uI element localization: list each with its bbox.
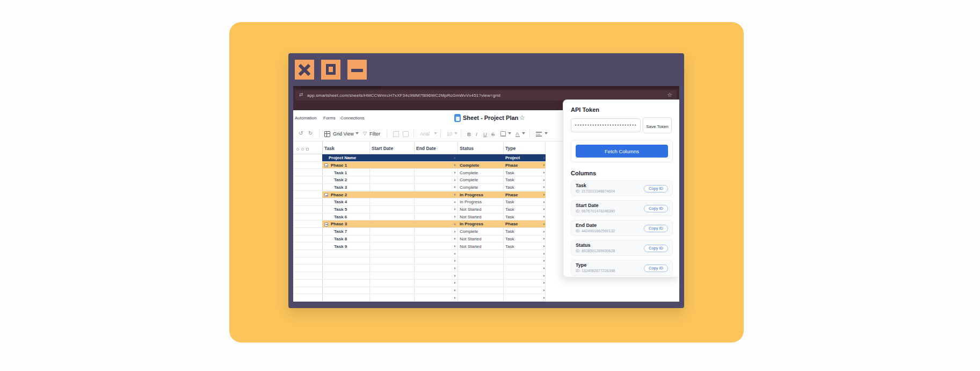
status-cell[interactable]: Not Started [460,215,481,219]
italic-button[interactable]: I [476,131,477,137]
table-row[interactable]: Project NameProject [293,154,546,162]
status-cell[interactable]: In Progress [460,192,483,197]
table-row-empty[interactable] [293,272,546,280]
table-row[interactable]: Task 5Not StartedTask [293,206,546,213]
status-cell[interactable]: Not Started [460,237,481,241]
chevron-down-icon[interactable] [508,132,511,134]
site-info-icon[interactable]: ⇄ [299,92,303,97]
table-row[interactable]: Task 7CompleteTask [293,228,546,236]
font-color-icon[interactable]: A [516,131,519,137]
table-row-empty[interactable] [293,280,546,287]
status-cell[interactable]: Not Started [460,244,481,249]
copy-id-button[interactable]: Copy ID [644,225,668,232]
type-cell[interactable]: Task [505,229,514,234]
align-icon[interactable] [536,132,542,137]
task-cell[interactable]: Task 5 [334,207,347,212]
underline-button[interactable]: U [483,131,487,137]
status-cell[interactable]: In Progress [460,222,483,226]
menu-automation[interactable]: Automation [295,116,316,120]
type-cell[interactable]: Phase [505,163,518,168]
table-row[interactable]: Task 3CompleteTask [293,184,546,191]
type-cell[interactable]: Task [505,207,514,212]
api-token-input[interactable] [571,118,641,132]
type-cell[interactable]: Task [505,170,514,175]
status-cell[interactable]: Complete [460,170,478,175]
table-row-empty[interactable] [293,258,546,265]
status-cell[interactable]: Not Started [460,207,481,212]
bookmark-star-icon[interactable]: ☆ [667,91,672,98]
type-cell[interactable]: Phase [505,222,518,226]
collapse-toggle-icon[interactable] [324,193,328,197]
type-cell[interactable]: Project [505,155,520,160]
menu-connections[interactable]: Connections [340,116,364,120]
table-row-empty[interactable] [293,287,546,295]
filter-icon[interactable]: ▽ [363,131,367,136]
task-cell[interactable]: Phase 1 [331,163,347,168]
chevron-down-icon[interactable] [522,132,525,134]
menu-forms[interactable]: Forms [323,116,336,120]
wrap-text-icon[interactable] [403,131,409,137]
task-cell[interactable]: Task 9 [334,244,347,249]
copy-id-button[interactable]: Copy ID [644,205,668,212]
chevron-down-icon[interactable] [545,132,548,134]
filter-button[interactable]: Filter [369,131,380,137]
status-cell[interactable]: Complete [460,163,479,168]
type-cell[interactable]: Task [505,177,514,182]
type-cell[interactable]: Task [505,199,514,204]
table-row[interactable]: Task 2CompleteTask [293,176,546,184]
favorite-star-icon[interactable]: ☆ [519,114,525,122]
column-header-task[interactable]: Task [324,146,335,151]
task-cell[interactable]: Task 7 [334,229,347,234]
maximize-button[interactable] [321,60,340,80]
bold-button[interactable]: B [467,131,471,137]
column-header-start-date[interactable]: Start Date [372,146,393,151]
fetch-columns-button[interactable]: Fetch Columns [576,145,668,158]
collapse-toggle-icon[interactable] [324,163,328,167]
save-token-button[interactable]: Save Token [643,117,672,133]
redo-icon[interactable]: ↻ [308,130,313,136]
task-cell[interactable]: Phase 3 [331,222,347,226]
close-button[interactable] [295,60,314,80]
column-header-status[interactable]: Status [460,146,474,151]
collapse-toggle-icon[interactable] [324,223,328,226]
undo-icon[interactable]: ↺ [299,130,303,136]
font-family-selector[interactable]: Arial [420,131,430,137]
view-selector[interactable]: Grid View [333,131,354,137]
minimize-button[interactable] [347,60,367,80]
type-cell[interactable]: Task [505,215,514,219]
task-cell[interactable]: Project Name [329,155,356,160]
row-height-icon[interactable] [393,131,399,137]
table-row[interactable]: Task 1CompleteTask [293,169,546,176]
table-row[interactable]: Phase 1CompletePhase [293,162,546,169]
table-row-empty[interactable] [293,250,546,258]
font-size-selector[interactable]: 10 [447,131,452,137]
table-row[interactable]: Phase 2In ProgressPhase [293,191,546,199]
status-cell[interactable]: Complete [460,185,478,190]
task-cell[interactable]: Task 3 [334,185,347,190]
table-row[interactable]: Task 8Not StartedTask [293,236,546,243]
task-cell[interactable]: Task 1 [334,170,347,175]
copy-id-button[interactable]: Copy ID [644,185,668,192]
chevron-down-icon[interactable] [434,132,437,134]
status-cell[interactable]: Complete [460,229,478,234]
type-cell[interactable]: Phase [505,192,518,197]
strikethrough-button[interactable]: S [491,131,495,137]
chevron-down-icon[interactable] [454,132,458,134]
copy-id-button[interactable]: Copy ID [644,265,668,272]
table-row[interactable]: Task 4In ProgressTask [293,198,546,206]
table-row[interactable]: Task 6Not StartedTask [293,213,546,221]
task-cell[interactable]: Task 8 [334,237,347,241]
type-cell[interactable]: Task [505,244,514,249]
browser-tab[interactable] [301,86,381,89]
column-header-type[interactable]: Type [505,146,516,151]
chevron-down-icon[interactable] [355,132,359,134]
type-cell[interactable]: Task [505,185,514,190]
table-row[interactable]: Phase 3In ProgressPhase [293,220,546,228]
type-cell[interactable]: Task [505,237,514,241]
table-row[interactable]: Task 9Not StartedTask [293,242,546,250]
task-cell[interactable]: Task 2 [334,177,347,182]
task-cell[interactable]: Task 6 [334,215,347,219]
fill-color-icon[interactable] [500,131,506,137]
table-row-empty[interactable] [293,265,546,273]
status-cell[interactable]: In Progress [460,199,482,204]
